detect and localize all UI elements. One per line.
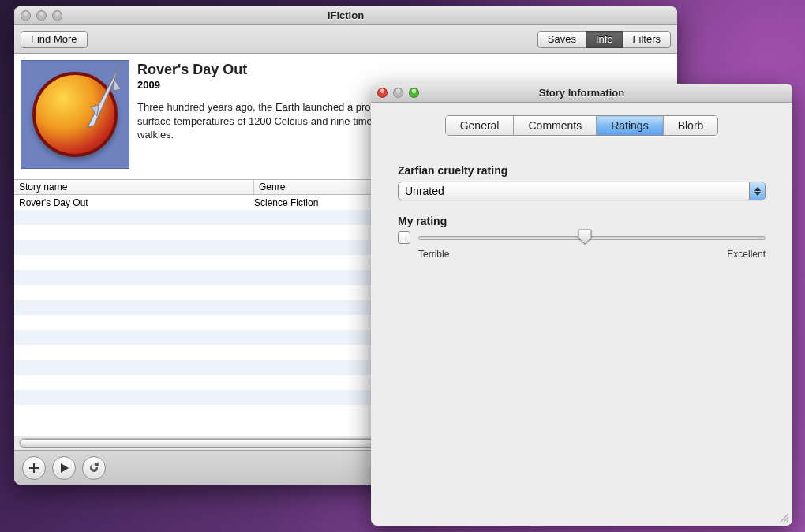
segment-filters[interactable]: Filters: [623, 31, 671, 48]
zoom-icon[interactable]: [52, 10, 62, 21]
tab-ratings[interactable]: Ratings: [597, 116, 663, 135]
zarfian-value: Unrated: [399, 185, 749, 197]
dropdown-arrows-icon: [749, 182, 765, 200]
tab-general[interactable]: General: [446, 116, 515, 135]
main-window-title: iFiction: [14, 9, 677, 21]
slider-min-label: Terrible: [418, 249, 449, 260]
minimize-icon[interactable]: [36, 10, 47, 21]
play-icon: [58, 463, 69, 474]
dialog-title: Story Information: [371, 87, 792, 99]
dialog-traffic-lights: [377, 88, 419, 98]
rocket-icon: [80, 60, 127, 137]
zarfian-label: Zarfian cruelty rating: [398, 164, 766, 177]
minimize-icon[interactable]: [393, 88, 403, 98]
play-button[interactable]: [52, 456, 76, 480]
main-titlebar[interactable]: iFiction: [14, 6, 677, 25]
traffic-lights: [21, 10, 62, 21]
refresh-button[interactable]: [82, 456, 106, 480]
dialog-body: Zarfian cruelty rating Unrated My rating: [371, 136, 792, 288]
dialog-titlebar[interactable]: Story Information: [371, 84, 792, 103]
slider-max-label: Excellent: [727, 249, 766, 260]
story-info-dialog: Story Information General Comments Ratin…: [371, 84, 792, 526]
tab-blorb[interactable]: Blorb: [664, 116, 718, 135]
my-rating-label: My rating: [398, 215, 766, 227]
segment-info[interactable]: Info: [586, 31, 623, 48]
refresh-icon: [88, 462, 100, 474]
slider-thumb[interactable]: [578, 229, 592, 245]
segment-saves[interactable]: Saves: [537, 31, 586, 48]
close-icon[interactable]: [377, 88, 388, 98]
close-icon[interactable]: [21, 10, 31, 21]
view-segment-control: Saves Info Filters: [537, 31, 671, 48]
main-toolbar: Find More Saves Info Filters: [14, 25, 677, 54]
zarfian-dropdown[interactable]: Unrated: [398, 182, 766, 200]
find-more-button[interactable]: Find More: [21, 31, 88, 48]
story-cover-art: [21, 60, 129, 169]
svg-line-4: [787, 520, 788, 522]
plus-icon: [28, 462, 40, 474]
column-header-name[interactable]: Story name: [14, 180, 254, 194]
add-button[interactable]: [22, 456, 46, 480]
resize-grip-icon[interactable]: [778, 511, 789, 523]
my-rating-checkbox[interactable]: [398, 231, 410, 244]
tab-comments[interactable]: Comments: [514, 116, 597, 135]
dialog-tabs: General Comments Ratings Blorb: [371, 103, 792, 136]
cell-story-name: Rover's Day Out: [19, 197, 254, 208]
story-title: Rover's Day Out: [137, 62, 663, 78]
zoom-icon[interactable]: [409, 88, 419, 98]
my-rating-slider[interactable]: [418, 230, 766, 245]
